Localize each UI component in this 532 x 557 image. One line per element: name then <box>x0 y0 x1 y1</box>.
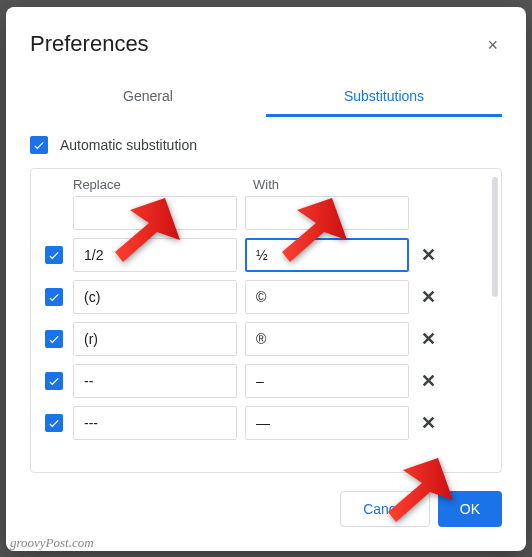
replace-input[interactable] <box>73 238 237 272</box>
checkbox-slot <box>43 414 65 432</box>
checkbox-slot <box>43 246 65 264</box>
tab-substitutions[interactable]: Substitutions <box>266 78 502 117</box>
with-input[interactable] <box>245 196 409 230</box>
replace-input[interactable] <box>73 280 237 314</box>
dialog-footer: Cancel OK <box>30 491 502 527</box>
check-icon <box>47 332 61 346</box>
tabs: General Substitutions <box>30 78 502 118</box>
watermark: groovyPost.com <box>10 535 94 551</box>
with-input[interactable] <box>245 322 409 356</box>
replace-input[interactable] <box>73 196 237 230</box>
auto-substitution-label: Automatic substitution <box>60 137 197 153</box>
with-input[interactable] <box>245 280 409 314</box>
remove-icon[interactable]: ✕ <box>417 328 439 350</box>
checkbox-slot <box>43 330 65 348</box>
dialog-header: Preferences × <box>30 31 502 60</box>
remove-icon[interactable]: ✕ <box>417 244 439 266</box>
with-input[interactable] <box>245 406 409 440</box>
substitution-table: Replace With ✕✕✕✕✕ <box>30 168 502 473</box>
row-enable-checkbox[interactable] <box>45 372 63 390</box>
with-input[interactable] <box>245 238 409 272</box>
close-icon[interactable]: × <box>483 31 502 60</box>
check-icon <box>47 374 61 388</box>
auto-substitution-row: Automatic substitution <box>30 136 502 154</box>
replace-header: Replace <box>73 177 245 192</box>
table-row: ✕ <box>43 364 489 398</box>
checkbox-slot <box>43 372 65 390</box>
replace-input[interactable] <box>73 322 237 356</box>
ok-button[interactable]: OK <box>438 491 502 527</box>
remove-icon[interactable]: ✕ <box>417 286 439 308</box>
replace-input[interactable] <box>73 406 237 440</box>
table-row: ✕ <box>43 322 489 356</box>
check-icon <box>47 248 61 262</box>
preferences-dialog: Preferences × General Substitutions Auto… <box>6 7 526 551</box>
dialog-title: Preferences <box>30 31 149 57</box>
column-headers: Replace With <box>43 177 489 196</box>
scrollbar[interactable] <box>492 177 498 297</box>
check-icon <box>32 138 46 152</box>
auto-substitution-checkbox[interactable] <box>30 136 48 154</box>
row-enable-checkbox[interactable] <box>45 330 63 348</box>
row-enable-checkbox[interactable] <box>45 246 63 264</box>
with-input[interactable] <box>245 364 409 398</box>
rows-container: ✕✕✕✕✕ <box>43 196 489 448</box>
row-enable-checkbox[interactable] <box>45 288 63 306</box>
check-icon <box>47 290 61 304</box>
table-row: ✕ <box>43 280 489 314</box>
check-icon <box>47 416 61 430</box>
remove-icon[interactable]: ✕ <box>417 412 439 434</box>
cancel-button[interactable]: Cancel <box>340 491 430 527</box>
remove-icon[interactable]: ✕ <box>417 370 439 392</box>
checkbox-slot <box>43 288 65 306</box>
replace-input[interactable] <box>73 364 237 398</box>
with-header: With <box>245 177 489 192</box>
table-row <box>43 196 489 230</box>
table-row: ✕ <box>43 238 489 272</box>
tab-general[interactable]: General <box>30 78 266 117</box>
table-row: ✕ <box>43 406 489 440</box>
row-enable-checkbox[interactable] <box>45 414 63 432</box>
